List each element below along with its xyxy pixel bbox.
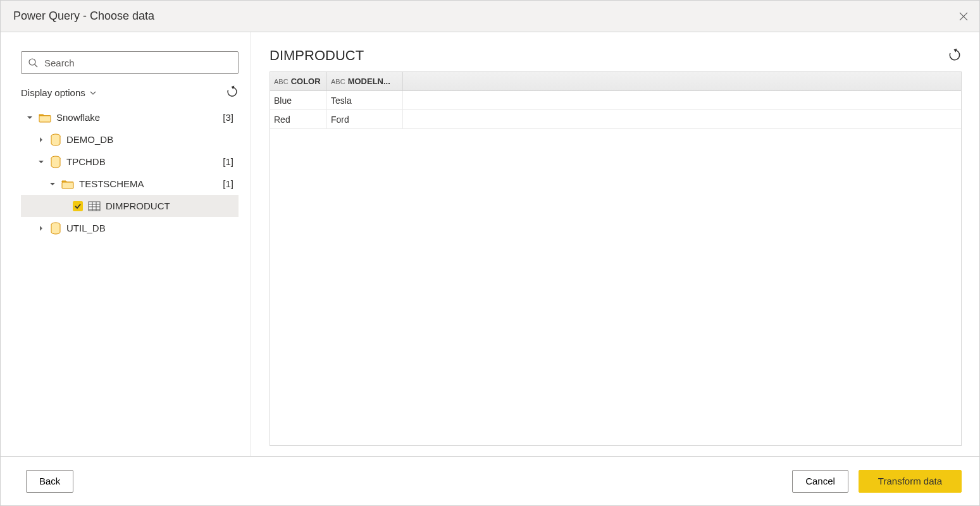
checkbox-checked[interactable] xyxy=(73,201,83,211)
tree-item-snowflake[interactable]: Snowflake [3] xyxy=(21,106,239,128)
tree-item-util-db[interactable]: UTIL_DB xyxy=(21,217,239,239)
column-header-color[interactable]: ABC COLOR xyxy=(270,72,327,90)
window: Power Query - Choose data Display option… xyxy=(0,0,980,506)
check-icon xyxy=(74,202,82,210)
tree-item-dimproduct[interactable]: DIMPRODUCT xyxy=(21,195,239,217)
grid-header: ABC COLOR ABC MODELN... xyxy=(270,72,961,91)
refresh-icon xyxy=(948,48,962,62)
refresh-tree-button[interactable] xyxy=(226,85,239,100)
text-type-icon: ABC xyxy=(274,78,288,85)
window-title: Power Query - Choose data xyxy=(13,9,154,23)
tree-label: DIMPRODUCT xyxy=(106,201,170,211)
svg-line-1 xyxy=(35,65,37,67)
cell: Blue xyxy=(270,91,327,109)
column-name: MODELN... xyxy=(348,77,390,86)
refresh-icon xyxy=(226,85,239,98)
tree-label: TESTSCHEMA xyxy=(79,178,144,189)
cell: Red xyxy=(270,110,327,128)
sidebar: Display options Snowflake [3] xyxy=(1,32,251,456)
body: Display options Snowflake [3] xyxy=(1,32,979,456)
expander-icon[interactable] xyxy=(37,137,45,143)
column-header-modelname[interactable]: ABC MODELN... xyxy=(327,72,403,90)
titlebar: Power Query - Choose data xyxy=(1,1,979,32)
footer: Back Cancel Transform data xyxy=(1,456,979,505)
tree-count: [3] xyxy=(223,112,233,123)
tree-item-testschema[interactable]: TESTSCHEMA [1] xyxy=(21,173,239,195)
folder-icon xyxy=(39,113,51,123)
back-button[interactable]: Back xyxy=(26,470,73,493)
tree-count: [1] xyxy=(223,156,233,167)
close-button[interactable] xyxy=(954,7,973,26)
tree-item-demo-db[interactable]: DEMO_DB xyxy=(21,128,239,151)
tree-label: DEMO_DB xyxy=(66,134,113,145)
table-row[interactable]: Red Ford xyxy=(270,110,961,129)
display-options-label: Display options xyxy=(21,87,85,98)
search-box[interactable] xyxy=(21,51,239,74)
svg-rect-5 xyxy=(62,182,73,188)
transform-data-button[interactable]: Transform data xyxy=(859,470,962,493)
expander-icon[interactable] xyxy=(37,159,45,165)
expander-icon[interactable] xyxy=(37,225,45,231)
tree: Snowflake [3] DEMO_DB TPCHDB [ xyxy=(21,106,239,450)
database-icon xyxy=(50,156,61,168)
database-icon xyxy=(50,222,61,235)
search-input[interactable] xyxy=(43,57,232,69)
table-row[interactable]: Blue Tesla xyxy=(270,91,961,110)
grid-body: Blue Tesla Red Ford xyxy=(270,91,961,129)
tree-item-tpchdb[interactable]: TPCHDB [1] xyxy=(21,151,239,173)
cell: Tesla xyxy=(327,91,403,109)
cell: Ford xyxy=(327,110,403,128)
column-name: COLOR xyxy=(291,77,321,86)
refresh-preview-button[interactable] xyxy=(948,48,962,64)
preview-title: DIMPRODUCT xyxy=(270,47,364,64)
text-type-icon: ABC xyxy=(331,78,345,85)
preview-grid: ABC COLOR ABC MODELN... Blue Tesla Red xyxy=(270,71,962,446)
table-icon xyxy=(88,201,101,211)
expander-icon[interactable] xyxy=(49,181,56,187)
svg-rect-2 xyxy=(39,116,51,122)
tree-label: TPCHDB xyxy=(66,156,106,167)
search-icon xyxy=(28,58,38,68)
cancel-button[interactable]: Cancel xyxy=(792,470,848,493)
tree-count: [1] xyxy=(223,178,233,189)
folder-icon xyxy=(61,179,74,189)
svg-point-0 xyxy=(29,59,35,65)
main: DIMPRODUCT ABC COLOR ABC MODELN... xyxy=(251,32,979,456)
close-icon xyxy=(958,11,969,22)
chevron-down-icon xyxy=(89,89,97,97)
database-icon xyxy=(50,133,61,146)
expander-icon[interactable] xyxy=(26,114,34,121)
tree-label: UTIL_DB xyxy=(66,223,106,233)
display-options-dropdown[interactable]: Display options xyxy=(21,87,97,98)
tree-label: Snowflake xyxy=(56,112,100,123)
